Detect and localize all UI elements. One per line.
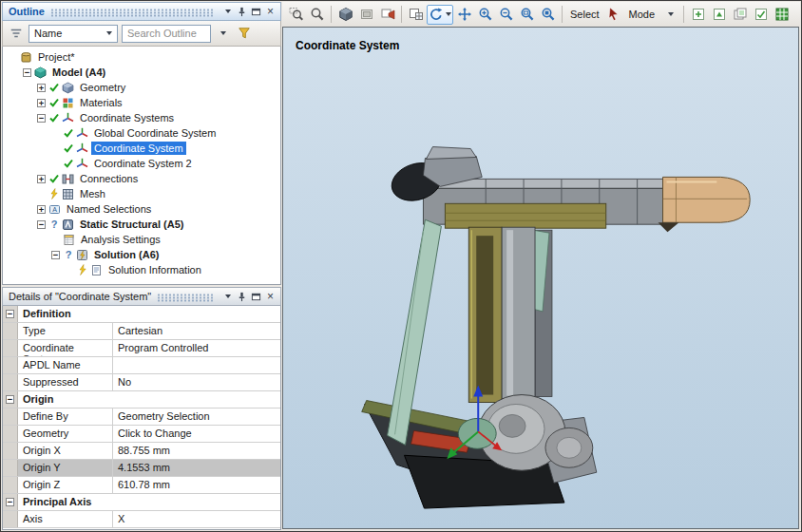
details-value[interactable]: Program Controlled (113, 340, 280, 356)
float-window-icon[interactable] (249, 290, 263, 304)
details-section-row[interactable]: −Principal Axis (3, 494, 280, 511)
zoom-pointer-icon[interactable] (307, 5, 327, 25)
pan-icon[interactable] (454, 5, 474, 25)
chevron-down-icon[interactable] (220, 290, 235, 304)
header-drag-dots[interactable] (50, 9, 215, 17)
collapse-section-icon[interactable]: − (6, 498, 14, 506)
tree-item[interactable]: −Model (A4) (5, 65, 280, 80)
chevron-down-icon[interactable] (446, 12, 451, 16)
tree-item-label[interactable]: Project* (35, 50, 78, 64)
look-at-icon[interactable] (356, 5, 376, 25)
iso-view-icon[interactable] (335, 5, 355, 25)
image-export-icon[interactable] (709, 5, 729, 25)
pin-icon[interactable] (235, 5, 249, 19)
mode-label[interactable]: Mode (625, 9, 659, 20)
header-drag-dots[interactable] (157, 294, 215, 302)
zoom-out-icon[interactable] (496, 5, 516, 25)
filter-funnel-icon[interactable] (236, 25, 253, 42)
tree-item-label[interactable]: Coordinate System (91, 142, 186, 155)
tree-item[interactable]: +Geometry (5, 80, 280, 95)
float-window-icon[interactable] (249, 5, 263, 19)
show-mesh-icon[interactable] (772, 5, 792, 25)
tree-item[interactable]: −?Static Structural (A5) (5, 217, 280, 232)
search-input[interactable] (122, 25, 211, 43)
collapse-minus-icon[interactable]: − (37, 220, 46, 229)
tree-item-label[interactable]: Connections (77, 172, 141, 185)
copy-pages-icon[interactable] (730, 5, 750, 25)
tree-item-label[interactable]: Solution (A6) (91, 248, 162, 261)
details-row[interactable]: Coordinate SystemProgram Controlled (3, 340, 280, 357)
tree-item[interactable]: Global Coordinate System (5, 125, 280, 141)
tree-item[interactable]: +ANamed Selections (5, 201, 280, 217)
close-icon[interactable]: × (263, 5, 277, 19)
tree-item-label[interactable]: Mesh (77, 187, 108, 200)
details-value[interactable]: Geometry Selection (113, 408, 280, 425)
tree-item[interactable]: Coordinate System (5, 141, 280, 156)
pin-icon[interactable] (235, 290, 249, 304)
details-row[interactable]: Origin Z610.78 mm (3, 477, 280, 494)
details-row[interactable]: TypeCartesian (3, 323, 280, 340)
tree-item[interactable]: +Materials (5, 95, 280, 110)
details-value[interactable] (113, 357, 280, 373)
dropdown-chevron-icon[interactable] (659, 5, 679, 25)
viewports-icon[interactable] (406, 5, 426, 25)
details-value[interactable]: 4.1553 mm (113, 460, 280, 476)
tree-item[interactable]: +Connections (5, 171, 280, 186)
tree-item-label[interactable]: Coordinate Systems (77, 111, 177, 124)
tree-item-label[interactable]: Solution Information (105, 263, 204, 276)
collapse-section-icon[interactable]: − (6, 395, 14, 404)
tree-item[interactable]: Project* (5, 49, 280, 65)
zoom-in-icon[interactable] (475, 5, 495, 25)
tree-item-label[interactable]: Materials (77, 96, 125, 109)
tree-item[interactable]: −Coordinate Systems (5, 110, 280, 125)
collapse-minus-icon[interactable]: − (23, 68, 31, 77)
name-filter-dropdown[interactable]: Name (29, 25, 118, 43)
details-value[interactable]: 88.755 mm (113, 443, 280, 459)
zoom-fit-icon[interactable] (538, 5, 558, 25)
expand-plus-icon[interactable]: + (37, 84, 46, 92)
tree-item[interactable]: −?Solution (A6) (5, 247, 280, 262)
details-section-row[interactable]: −Definition (3, 306, 280, 323)
details-value[interactable]: Cartesian (113, 323, 280, 339)
manage-views-icon[interactable] (377, 5, 397, 25)
details-value[interactable]: Click to Change (113, 426, 280, 442)
details-value[interactable]: X (113, 511, 280, 527)
zoom-box-icon[interactable] (286, 5, 306, 25)
collapse-minus-icon[interactable]: − (37, 114, 46, 123)
collapse-minus-icon[interactable]: − (51, 251, 60, 259)
expand-plus-icon[interactable]: + (37, 205, 46, 214)
tree-item-label[interactable]: Model (A4) (49, 66, 108, 79)
new-figure-icon[interactable] (688, 5, 708, 25)
expand-plus-icon[interactable]: + (37, 99, 46, 107)
details-section-row[interactable]: −Origin (3, 391, 280, 408)
box-zoom-icon[interactable] (517, 5, 537, 25)
tag-check-icon[interactable] (751, 5, 771, 25)
mode-cursor-icon[interactable] (604, 5, 624, 25)
details-row[interactable]: AxisX (3, 511, 280, 528)
details-value[interactable]: 610.78 mm (113, 477, 280, 493)
tree-item[interactable]: Analysis Settings (5, 232, 280, 247)
tree-item[interactable]: Coordinate System 2 (5, 156, 280, 171)
chevron-down-icon[interactable] (220, 5, 235, 19)
details-row[interactable]: SuppressedNo (3, 374, 280, 391)
tree-item-label[interactable]: Geometry (77, 81, 128, 94)
tree-item-label[interactable]: Static Structural (A5) (77, 218, 186, 231)
select-label[interactable]: Select (566, 9, 603, 20)
tree-item[interactable]: Solution Information (5, 262, 280, 277)
filter-list-icon[interactable] (8, 25, 25, 42)
tree-item-label[interactable]: Coordinate System 2 (91, 157, 195, 170)
close-icon[interactable]: × (263, 290, 277, 304)
details-row[interactable]: Origin X88.755 mm (3, 443, 280, 460)
collapse-section-icon[interactable]: − (6, 310, 14, 318)
tree-item-label[interactable]: Analysis Settings (78, 233, 163, 246)
viewport[interactable]: Coordinate System (282, 27, 799, 529)
details-row[interactable]: GeometryClick to Change (3, 426, 280, 443)
details-value[interactable]: No (113, 374, 280, 390)
tree-item-label[interactable]: Global Coordinate System (91, 126, 219, 140)
rotate-icon[interactable] (427, 5, 453, 25)
expand-plus-icon[interactable]: + (37, 175, 46, 183)
details-row[interactable]: Define ByGeometry Selection (3, 408, 280, 426)
details-row[interactable]: Origin Y4.1553 mm (3, 460, 280, 477)
tree-item[interactable]: Mesh (5, 186, 280, 201)
tree-item-label[interactable]: Named Selections (64, 202, 154, 216)
